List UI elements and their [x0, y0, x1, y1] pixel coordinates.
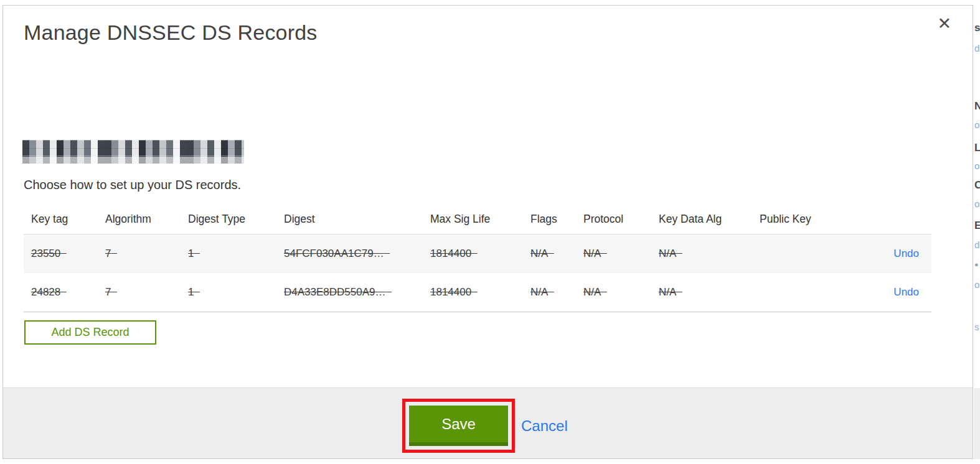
- cell-key_tag: 24828: [31, 286, 105, 299]
- column-header-flags: Flags: [530, 213, 583, 226]
- dialog-footer: Save Cancel: [3, 387, 973, 458]
- cell-protocol: N/A: [583, 286, 659, 299]
- column-header-max_sig_life: Max Sig Life: [430, 213, 530, 226]
- cell-max_sig_life: 1814400: [430, 248, 530, 260]
- background-text-fragment: E: [974, 220, 980, 231]
- background-text-fragment: o: [974, 120, 979, 129]
- background-text-fragment: s: [974, 22, 980, 33]
- redacted-domain-name: [22, 140, 244, 164]
- add-ds-record-button[interactable]: Add DS Record: [24, 320, 156, 345]
- column-header-digest_type: Digest Type: [188, 213, 284, 226]
- save-annotation-box: Save: [402, 399, 515, 453]
- cell-flags: N/A: [530, 248, 583, 260]
- cell-digest: D4A33E8DD550A9…: [284, 286, 430, 299]
- cell-protocol: N/A: [583, 248, 659, 260]
- save-button[interactable]: Save: [409, 406, 508, 446]
- background-text-fragment: s: [974, 322, 979, 332]
- column-header-key_data_alg: Key Data Alg: [659, 213, 760, 226]
- table-row: 2482871D4A33E8DD550A9…1814400N/AN/AN/AUn…: [24, 273, 931, 312]
- column-header-public_key: Public Key: [760, 213, 869, 226]
- column-header-algorithm: Algorithm: [105, 213, 188, 226]
- table-row: 235507154FCF030AA1C79…1814400N/AN/AN/AUn…: [24, 234, 931, 273]
- background-text-fragment: N: [974, 101, 980, 111]
- intro-text: Choose how to set up your DS records.: [24, 178, 241, 192]
- cancel-link[interactable]: Cancel: [521, 417, 568, 435]
- cell-max_sig_life: 1814400: [430, 286, 530, 299]
- background-text-fragment: o: [974, 199, 979, 208]
- table-header-row: Key tagAlgorithmDigest TypeDigestMax Sig…: [24, 205, 931, 234]
- background-page-strip: sdNoLoCoEd●os: [974, 0, 980, 464]
- cell-digest: 54FCF030AA1C79…: [284, 248, 430, 260]
- cell-key_data_alg: N/A: [659, 286, 760, 299]
- cell-algorithm: 7: [105, 286, 188, 299]
- column-header-key_tag: Key tag: [31, 213, 105, 226]
- column-header-digest: Digest: [284, 213, 430, 226]
- undo-link[interactable]: Undo: [893, 286, 919, 298]
- background-text-fragment: C: [974, 180, 980, 190]
- background-text-fragment: d: [974, 240, 979, 249]
- cell-digest_type: 1: [188, 286, 284, 299]
- cell-key_data_alg: N/A: [659, 248, 760, 260]
- background-text-fragment: L: [974, 142, 980, 153]
- background-text-fragment: o: [974, 161, 979, 170]
- page-title: Manage DNSSEC DS Records: [24, 21, 318, 45]
- close-icon[interactable]: ✕: [937, 16, 951, 32]
- background-text-fragment: o: [974, 280, 979, 289]
- background-footer-sliver: [974, 388, 980, 459]
- cell-algorithm: 7: [105, 248, 188, 260]
- undo-link[interactable]: Undo: [893, 248, 919, 259]
- background-text-fragment: ●: [974, 261, 979, 268]
- ds-records-table: Key tagAlgorithmDigest TypeDigestMax Sig…: [24, 205, 931, 312]
- cell-digest_type: 1: [188, 248, 284, 260]
- cell-flags: N/A: [530, 286, 583, 299]
- column-header-protocol: Protocol: [583, 213, 659, 226]
- dnssec-ds-records-dialog: ✕ Manage DNSSEC DS Records Choose how to…: [2, 5, 973, 459]
- background-text-fragment: d: [974, 44, 979, 53]
- cell-key_tag: 23550: [31, 248, 105, 260]
